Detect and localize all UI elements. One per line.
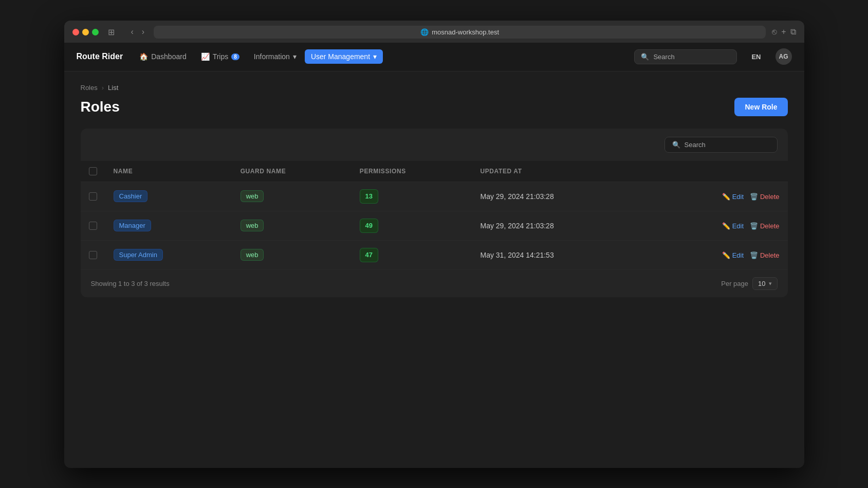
per-page-select: Per page 10 ▾ xyxy=(721,277,777,290)
delete-button-2[interactable]: 🗑️ Delete xyxy=(750,251,780,259)
per-page-label: Per page xyxy=(721,280,748,287)
table-search-icon: 🔍 xyxy=(672,141,680,149)
nav-link-user-management[interactable]: User Management ▾ xyxy=(305,49,383,64)
nav-link-trips-label: Trips xyxy=(213,52,229,61)
nav-link-user-management-label: User Management xyxy=(311,52,370,61)
nav-link-information[interactable]: Information ▾ xyxy=(248,49,303,64)
nav-language[interactable]: EN xyxy=(747,51,765,63)
trips-badge: 8 xyxy=(231,53,239,60)
address-bar-url: mosnad-workshop.test xyxy=(432,28,499,36)
breadcrumb-separator: › xyxy=(102,84,104,92)
traffic-light-minimize[interactable] xyxy=(82,29,89,35)
nav-links: 🏠 Dashboard 📈 Trips 8 Information ▾ User… xyxy=(133,49,383,64)
table-header-checkbox xyxy=(81,161,105,182)
table-toolbar: 🔍 Search xyxy=(81,129,788,161)
delete-icon-0: 🗑️ xyxy=(750,193,758,201)
per-page-chevron-icon: ▾ xyxy=(769,280,772,287)
table-showing-text: Showing 1 to 3 of 3 results xyxy=(91,280,170,287)
traffic-light-maximize[interactable] xyxy=(92,29,99,35)
guard-name-badge-2: web xyxy=(241,249,264,261)
table-header-guard-name: Guard Name xyxy=(232,161,352,182)
sidebar-toggle-button[interactable]: ⊞ xyxy=(105,26,118,38)
breadcrumb-parent[interactable]: Roles xyxy=(81,84,98,92)
row-checkbox-0[interactable] xyxy=(89,192,97,201)
row-checkbox-1[interactable] xyxy=(89,222,97,230)
delete-icon-2: 🗑️ xyxy=(750,251,758,259)
edit-icon-1: ✏️ xyxy=(722,222,730,230)
breadcrumb-current: List xyxy=(108,84,118,92)
role-name-badge-0: Cashier xyxy=(114,190,148,202)
nav-link-dashboard-label: Dashboard xyxy=(151,52,187,61)
nav-link-information-label: Information xyxy=(254,52,290,61)
permissions-badge-1: 49 xyxy=(360,219,378,233)
role-name-badge-2: Super Admin xyxy=(114,249,163,261)
traffic-light-close[interactable] xyxy=(72,29,79,35)
row-checkbox-2[interactable] xyxy=(89,251,97,259)
address-bar[interactable]: 🌐 mosnad-workshop.test xyxy=(154,26,766,39)
delete-icon-1: 🗑️ xyxy=(750,222,758,230)
page-title: Roles xyxy=(81,99,120,115)
updated-at-2: May 31, 2024 14:21:53 xyxy=(472,240,645,269)
nav-search-icon: 🔍 xyxy=(641,53,649,61)
user-management-chevron-icon: ▾ xyxy=(373,52,377,61)
address-bar-icon: 🌐 xyxy=(420,28,429,36)
table-search-placeholder: Search xyxy=(685,141,706,149)
share-icon[interactable]: ⎋ xyxy=(772,27,777,37)
trips-icon: 📈 xyxy=(201,52,210,61)
roles-table-card: 🔍 Search Name Guard Name xyxy=(81,129,788,297)
edit-button-0[interactable]: ✏️ Edit xyxy=(722,193,744,201)
table-footer: Showing 1 to 3 of 3 results Per page 10 … xyxy=(81,269,788,297)
information-chevron-icon: ▾ xyxy=(293,52,297,61)
page-header: Roles New Role xyxy=(81,98,788,116)
table-header-permissions: Permissions xyxy=(352,161,472,182)
table-search-input[interactable]: 🔍 Search xyxy=(664,137,778,153)
updated-at-0: May 29, 2024 21:03:28 xyxy=(472,182,645,211)
table-row: Cashier web 13 May 29, 2024 21:03:28 ✏️ … xyxy=(81,182,788,211)
select-all-checkbox[interactable] xyxy=(89,167,97,175)
delete-button-0[interactable]: 🗑️ Delete xyxy=(750,193,780,201)
table-header-updated-at: Updated At xyxy=(472,161,645,182)
edit-button-1[interactable]: ✏️ Edit xyxy=(722,222,744,230)
back-button[interactable]: ‹ xyxy=(128,26,137,38)
tabs-icon[interactable]: ⧉ xyxy=(790,27,796,37)
home-icon: 🏠 xyxy=(139,52,148,61)
table-header-actions xyxy=(645,161,788,182)
nav-link-dashboard[interactable]: 🏠 Dashboard xyxy=(133,49,193,64)
edit-button-2[interactable]: ✏️ Edit xyxy=(722,251,744,259)
breadcrumb: Roles › List xyxy=(81,84,788,92)
updated-at-1: May 29, 2024 21:03:28 xyxy=(472,211,645,240)
nav-link-trips[interactable]: 📈 Trips 8 xyxy=(195,49,246,64)
per-page-value: 10 xyxy=(758,280,765,287)
table-row: Manager web 49 May 29, 2024 21:03:28 ✏️ … xyxy=(81,211,788,240)
table-header-name: Name xyxy=(105,161,232,182)
permissions-badge-2: 47 xyxy=(360,248,378,262)
forward-button[interactable]: › xyxy=(139,26,147,38)
per-page-dropdown[interactable]: 10 ▾ xyxy=(752,277,777,290)
permissions-badge-0: 13 xyxy=(360,189,378,204)
app-logo: Route Rider xyxy=(77,52,123,61)
nav-search[interactable]: 🔍 Search xyxy=(634,49,737,64)
edit-icon-0: ✏️ xyxy=(722,193,730,201)
edit-icon-2: ✏️ xyxy=(722,251,730,259)
nav-search-placeholder: Search xyxy=(653,53,674,61)
delete-button-1[interactable]: 🗑️ Delete xyxy=(750,222,780,230)
guard-name-badge-1: web xyxy=(241,220,264,231)
table-row: Super Admin web 47 May 31, 2024 14:21:53… xyxy=(81,240,788,269)
role-name-badge-1: Manager xyxy=(114,220,151,231)
new-role-button[interactable]: New Role xyxy=(734,98,787,116)
new-tab-icon[interactable]: + xyxy=(781,27,786,37)
roles-table: Name Guard Name Permissions Updated At xyxy=(81,161,788,269)
nav-avatar[interactable]: AG xyxy=(775,48,792,65)
guard-name-badge-0: web xyxy=(241,190,264,202)
